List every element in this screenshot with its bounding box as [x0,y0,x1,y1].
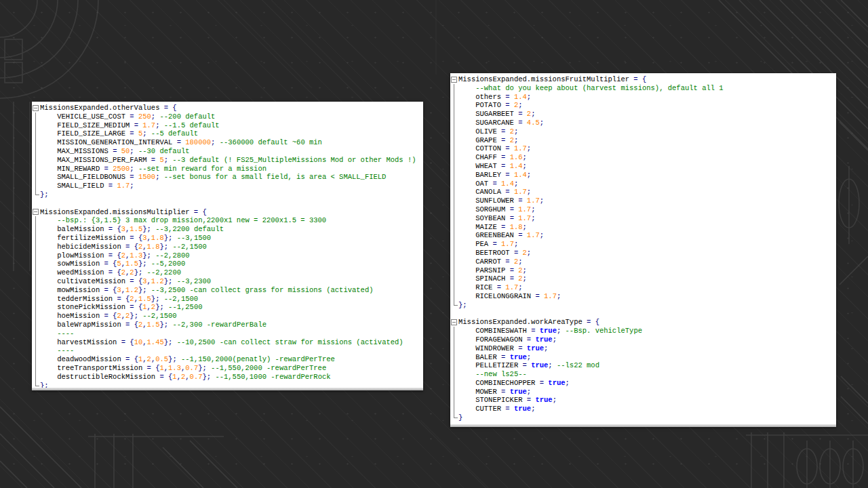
code-line: FIELD_SIZE_MEDIUM = 1.7; --1.5 default [32,121,423,130]
code-text: CHAFF = 1.6; [458,153,527,162]
code-token-d: 1.7 [514,188,527,196]
code-token-n: GREENBEAN [458,231,518,239]
code-text: MOWER = true; [458,388,531,396]
code-token-c: --200 default [159,113,215,121]
fold-toggle-icon[interactable] [32,208,40,217]
code-token-o: ; [531,214,535,222]
code-token-o: = [104,165,113,173]
code-token-o: }; [159,243,172,251]
code-token-o: ; [514,180,518,188]
code-token-d: 50 [121,147,130,155]
code-text: CUTTER = true; [458,405,535,413]
fold-margin [32,173,40,182]
fold-margin [450,205,458,214]
code-token-d: 1.2 [125,286,138,294]
code-text: MAIZE = 1.8; [458,223,527,232]
panel-bottom-edge [32,388,423,390]
fold-margin [450,301,458,310]
code-token-o: ; [523,274,527,283]
fold-margin [450,396,458,405]
code-line: SMALL_FIELD = 1.7; [32,182,423,190]
code-token-n: MissionsExpanded.workAreaType [458,318,587,326]
fold-toggle-icon[interactable] [32,104,40,113]
code-token-c: --set bonus for a small field, is area <… [164,173,387,181]
code-text: POTATO = 2; [458,101,523,110]
fold-toggle-icon[interactable] [450,75,458,84]
code-panel-fruit-multiplier[interactable]: MissionsExpanded.missionsFruitMultiplier… [450,73,836,427]
fold-margin [32,260,40,268]
code-line: weedMission = {2,2}; --2,2200 [32,268,423,277]
code-token-k: true [527,344,544,352]
code-token-o: ; [518,101,522,109]
fold-margin [450,370,458,379]
code-text: WINDROWER = true; [458,344,548,353]
code-text: COMBINECHOPPER = true; [458,379,570,388]
code-token-o: ; [523,162,527,170]
code-token-o: = [531,327,540,335]
code-token-o: = [527,336,536,344]
code-token-d: 1.7 [527,231,540,239]
code-token-o: = { [108,268,121,277]
code-token-n: hebicideMission [40,243,125,251]
code-token-c: --2,2200 [147,268,181,277]
code-token-o: ; [514,127,518,136]
code-line: WINDROWER = true; [450,344,836,353]
code-token-o: ; [518,258,522,266]
code-token-n: OLIVE [458,127,501,136]
code-token-n: fertilizeMission [40,234,130,242]
code-token-c: --2,2800 [155,251,189,260]
code-line: tedderMission = {2,1.5}; --2,1500 [32,295,423,304]
fold-margin [32,199,40,208]
code-line: FIELD_SIZE_LARGE = 5; --5 default [32,129,423,138]
code-token-n: MAIZE [458,223,501,231]
code-text: SMALL_FIELDBONUS = 1500; --set bonus for… [40,173,386,182]
code-panel-other-values[interactable]: MissionsExpanded.otherValues = { VEHICLE… [32,102,423,390]
panel-bottom-edge [450,424,836,427]
fold-toggle-icon[interactable] [450,318,458,327]
code-token-c: --1,550,2000 -rewardPerTree [211,364,326,372]
code-token-o: = { [104,260,117,268]
fold-margin [450,223,458,232]
code-token-o: = { [108,251,121,260]
code-text: MissionsExpanded.workAreaType = { [458,318,599,327]
code-token-o: }; [164,234,177,242]
code-token-o: ; [211,138,220,146]
code-line: hoeMission = {2,2}; --2,1500 [32,312,423,321]
code-text: PEA = 1.7; [458,240,518,249]
code-line: MOWER = true; [450,388,836,396]
code-token-o: ; [155,121,164,129]
code-token-o: ; [531,405,535,413]
code-token-n: FORAGEWAGON [458,336,527,344]
fold-margin [450,197,458,205]
code-token-d: 1.4 [501,180,514,188]
code-token-n: weedMission [40,268,108,277]
code-token-n: BARLEY [458,171,505,179]
code-text: PELLETIZER = true; --ls22 mod [458,361,599,370]
code-token-n: plowMission [40,251,108,260]
code-token-d: 1.3 [130,251,142,260]
code-token-o: = { [633,75,646,83]
code-token-o: } [458,413,462,422]
code-token-c: --what do you keep about (harvest missio… [458,84,724,92]
code-line: MAX_MISSIONS_PER_FARM = 5; --3 default (… [32,156,423,165]
code-token-o: ; [514,136,518,144]
code-token-o: ; [142,129,151,138]
code-text: stonePickMission = {1,2}; --1,2500 [40,303,203,312]
code-token-o: = { [125,321,138,329]
code-token-n: stonePickMission [40,303,130,311]
fold-margin [32,243,40,251]
code-token-n: SOYBEAN [458,214,510,222]
code-token-n: COMBINESWATH [458,327,531,335]
code-token-n: treeTransportMission [40,364,147,372]
code-token-o: = [501,153,510,161]
code-line: SMALL_FIELDBONUS = 1500; --set bonus for… [32,173,423,182]
code-token-o: }; [155,303,168,311]
code-token-d: 0.7 [185,364,198,372]
fold-margin [450,336,458,344]
code-token-n: MAX_MISSIONS [40,147,113,155]
code-token-c: --3,1500 [177,234,211,242]
fold-margin [32,165,40,174]
code-line: CHAFF = 1.6; [450,153,836,162]
code-text: }; [40,190,49,199]
code-token-k: true [514,405,531,413]
